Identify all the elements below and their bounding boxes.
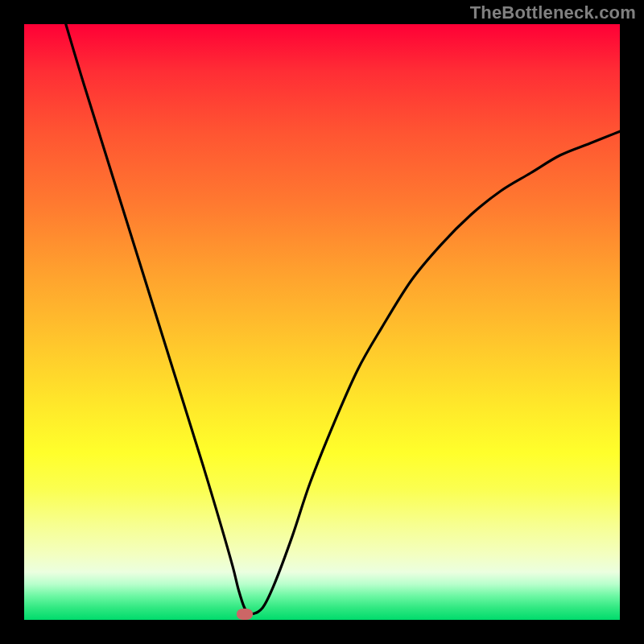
optimal-point-marker [237,609,253,620]
watermark-text: TheBottleneck.com [470,2,636,23]
chart-frame: TheBottleneck.com [0,0,644,644]
plot-area [24,24,620,620]
bottleneck-curve [66,24,620,614]
curve-svg [24,24,620,620]
